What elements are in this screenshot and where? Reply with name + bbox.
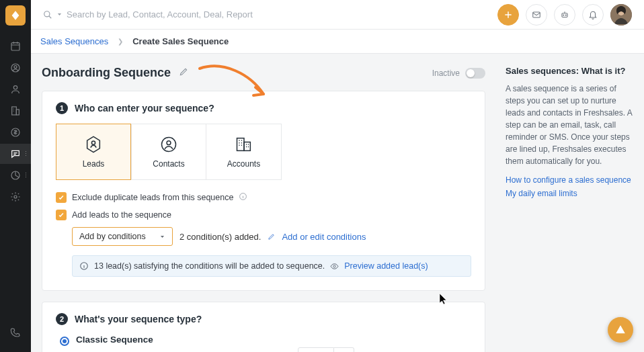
step1-heading: Who can enter your sequence? [75,103,214,114]
mail-button[interactable] [526,4,547,26]
svg-point-12 [563,15,564,15]
matching-leads-text: 13 lead(s) satisfying the conditions wil… [94,261,325,271]
exclude-duplicates-checkbox[interactable] [56,192,67,203]
svg-point-13 [565,15,566,15]
phone-icon [10,327,21,338]
active-toggle[interactable] [465,68,485,79]
nav-leads[interactable] [0,58,31,78]
user-circle-icon [10,62,21,73]
audience-tab-accounts[interactable]: Accounts [206,124,282,180]
execute-time-input[interactable]: 08:30 [298,347,334,352]
chevron-right-icon: ❯ [118,38,123,45]
eye-icon [330,262,339,271]
svg-point-18 [167,141,171,145]
status-label: Inactive [432,69,460,78]
svg-point-9 [44,11,50,16]
exclude-duplicates-label: Exclude duplicate leads from this sequen… [72,193,233,202]
svg-rect-0 [11,43,19,50]
search-icon [43,10,52,19]
audience-tab-accounts-label: Accounts [227,159,260,169]
conditions-count-text: 2 condition(s) added. [179,232,261,242]
check-icon [58,212,65,218]
step-number-2: 2 [56,313,68,325]
help-link-configure[interactable]: How to configure a sales sequence [506,175,635,185]
bell-icon [588,10,598,19]
nav-reports[interactable]: ⋮ [0,165,31,185]
execute-time-picker-button[interactable] [334,347,354,352]
svg-rect-5 [16,109,19,115]
gear-icon [10,191,21,202]
lead-hex-icon [84,135,103,154]
info-icon [239,192,247,201]
svg-point-16 [91,141,95,144]
contact-icon [159,135,178,154]
calendar-icon [10,41,21,52]
pie-icon [10,170,21,181]
svg-point-3 [13,86,17,89]
nav-calendar[interactable] [0,36,31,56]
step2-heading: What's your sequence type? [75,314,202,324]
bot-icon [560,10,569,19]
notifications-button[interactable] [582,4,604,26]
add-method-select[interactable]: Add by conditions [72,227,173,246]
nav-deals[interactable] [0,122,31,142]
svg-point-8 [14,195,17,198]
breadcrumb-current: Create Sales Sequence [132,36,229,46]
svg-point-2 [14,66,17,69]
user-avatar[interactable] [610,4,632,26]
check-icon [58,194,65,201]
building-icon [10,105,21,116]
step-number-1: 1 [56,102,68,114]
caret-down-icon [159,234,165,240]
app-logo[interactable] [5,5,26,26]
audience-tab-leads-label: Leads [83,159,105,169]
nav-accounts[interactable] [0,101,31,121]
avatar-image [610,4,632,26]
svg-rect-4 [12,107,17,115]
help-body: A sales sequence is a series of steps yo… [506,83,635,167]
nav-phone[interactable] [0,322,31,343]
accounts-icon [235,135,253,154]
dollar-icon [10,127,21,138]
info-icon [79,261,89,271]
preview-leads-link[interactable]: Preview added lead(s) [344,261,428,271]
nav-conversations[interactable]: ⋮ [0,144,31,164]
classic-sequence-label: Classic Sequence [76,335,471,345]
audience-tab-leads[interactable]: Leads [56,124,131,180]
svg-rect-20 [244,142,250,151]
add-method-value: Add by conditions [79,232,146,241]
nav-settings[interactable] [0,187,31,207]
chevron-down-icon[interactable] [56,11,63,17]
help-link-limits[interactable]: My daily email limits [506,189,635,198]
help-fab-button[interactable] [608,317,633,343]
audience-tab-contacts-label: Contacts [153,159,184,169]
chat-icon [10,148,21,159]
edit-title-button[interactable] [179,67,188,79]
add-leads-label: Add leads to the sequence [72,210,171,220]
quick-add-button[interactable] [497,4,519,26]
svg-point-23 [333,265,335,267]
classic-sequence-radio[interactable] [60,337,69,346]
freddy-button[interactable] [554,4,575,26]
nav-contacts[interactable] [0,79,31,99]
matching-leads-info: 13 lead(s) satisfying the conditions wil… [72,255,471,277]
pencil-small-icon [268,233,275,240]
mail-icon [532,10,541,19]
help-title: Sales sequences: What is it? [506,66,635,76]
svg-rect-11 [562,13,567,17]
freshsales-logo-icon [10,10,21,21]
pencil-icon [179,67,188,77]
fab-icon [614,324,627,336]
add-leads-checkbox[interactable] [56,210,67,220]
svg-rect-19 [237,138,244,151]
plus-icon [504,10,513,19]
breadcrumb: Sales Sequences ❯ Create Sales Sequence [31,30,644,54]
user-icon [10,84,21,95]
sequence-title: Onboarding Sequence [42,66,171,80]
global-search-input[interactable] [67,9,322,19]
audience-tab-contacts[interactable]: Contacts [131,124,206,180]
exclude-info-icon[interactable] [239,192,247,203]
breadcrumb-root[interactable]: Sales Sequences [40,36,108,46]
edit-conditions-link[interactable]: Add or edit conditions [282,232,366,242]
